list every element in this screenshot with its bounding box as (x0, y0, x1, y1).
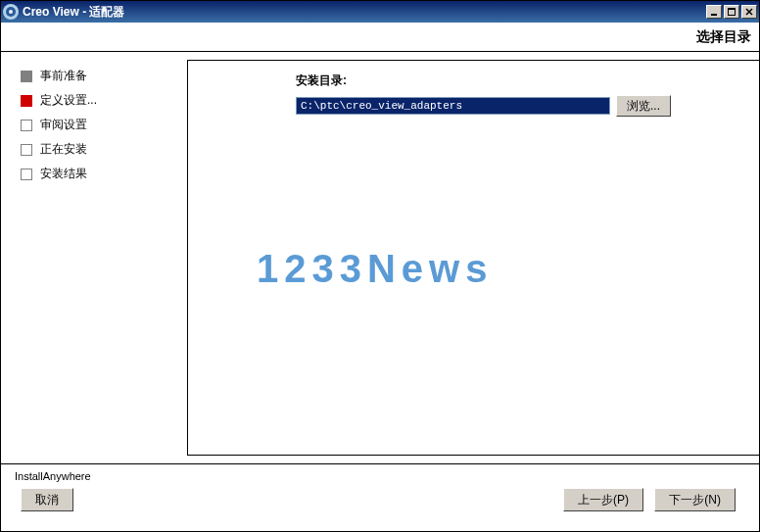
install-dir-row: 浏览... (296, 95, 671, 117)
svg-point-1 (9, 10, 13, 14)
minimize-button[interactable] (706, 5, 722, 19)
step-result: 安装结果 (21, 166, 187, 182)
step-preparation: 事前准备 (21, 68, 187, 84)
step-pending-icon (21, 169, 32, 180)
step-label: 正在安装 (40, 141, 87, 158)
svg-rect-4 (728, 8, 736, 10)
maximize-button[interactable] (724, 5, 739, 19)
step-pending-icon (21, 144, 32, 156)
install-dir-label: 安装目录: (296, 73, 671, 89)
browse-button[interactable]: 浏览... (616, 95, 671, 117)
content-panel: 安装目录: 浏览... 1233News (187, 60, 759, 456)
app-icon (3, 4, 19, 20)
step-pending-icon (21, 120, 32, 131)
titlebar: Creo View - 适配器 (1, 1, 759, 23)
footer: InstallAnywhere 取消 上一步(P) 下一步(N) (1, 463, 759, 532)
watermark-text: 1233News (257, 247, 493, 291)
cancel-button[interactable]: 取消 (21, 488, 73, 511)
step-current-icon (21, 95, 32, 107)
previous-button[interactable]: 上一步(P) (563, 488, 643, 511)
window-title: Creo View - 适配器 (23, 4, 706, 21)
step-define-settings: 定义设置... (21, 92, 187, 109)
step-done-icon (21, 71, 32, 82)
step-review-settings: 审阅设置 (21, 117, 187, 133)
wizard-steps-sidebar: 事前准备 定义设置... 审阅设置 正在安装 安装结果 (1, 52, 187, 463)
page-header: 选择目录 (1, 23, 759, 52)
page-title: 选择目录 (696, 28, 751, 46)
main-area: 事前准备 定义设置... 审阅设置 正在安装 安装结果 安装目录: 浏览... … (1, 52, 759, 463)
svg-rect-2 (711, 14, 717, 16)
window-controls (706, 5, 757, 19)
next-button[interactable]: 下一步(N) (654, 488, 736, 511)
step-label: 定义设置... (40, 92, 97, 109)
step-label: 事前准备 (40, 68, 87, 84)
close-button[interactable] (741, 5, 757, 19)
step-label: 审阅设置 (40, 117, 87, 133)
step-installing: 正在安装 (21, 141, 187, 158)
install-dir-input[interactable] (296, 97, 610, 115)
step-label: 安装结果 (40, 166, 87, 182)
installer-brand: InstallAnywhere (15, 470, 91, 482)
